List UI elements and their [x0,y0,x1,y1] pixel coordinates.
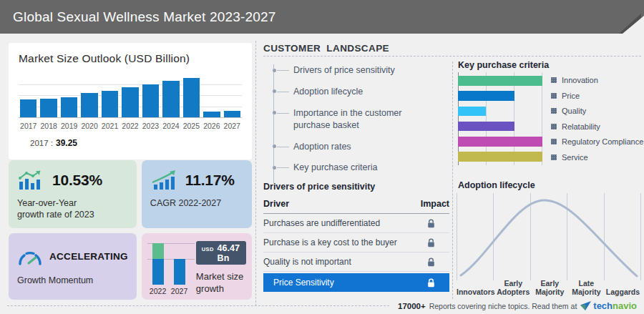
market-size-panel: Market Size Outlook (USD Billion) 201720… [9,43,252,160]
legend-marker-icon [551,77,557,83]
landscape-item-4: Adoption rates [293,141,439,153]
adoption-lifecycle-stages: InnovatorsEarlyAdoptersEarlyMajorityLate… [457,279,641,296]
mini-year-left: 2022 [150,287,166,295]
yoy-label: Year-over-Year growth rate of 2023 [17,197,128,221]
criteria-bar-service [458,152,542,162]
x-tick-2019: 2019 [61,122,77,130]
criteria-bar-quality [458,107,486,117]
criteria-bar-relatability [458,122,514,132]
driver-label: Quality is not important [263,257,351,267]
lock-icon [427,257,435,267]
divider-left-dashed [255,41,256,306]
legend-label: Innovation [562,76,598,84]
cagr-card: 11.17% CAGR 2022-2027 [142,160,252,228]
market-size-bar-2024 [162,81,179,117]
stage-label-early-majority: EarlyMajority [532,279,568,296]
brand-navio: navio [613,300,637,311]
mini-bar-2022 [152,259,164,285]
market-size-bar-2021 [102,91,118,117]
drivers-title: Drivers of price sensitivity [263,182,375,192]
legend-marker-icon [551,93,557,99]
speedometer-icon [17,248,43,265]
landscape-item-3: Importance in the customer purchase bask… [293,107,439,132]
x-tick-2027: 2027 [224,122,240,130]
price-sensitivity-label: Price Sensitivity [273,278,334,288]
yoy-value: 10.53% [52,172,102,189]
brand-tech: tech [593,300,613,311]
bell-curve [457,193,641,280]
legend-label: Price [562,92,580,100]
legend-item-innovation: Innovation [551,76,643,84]
driver-row-1: Purchases are undifferentiated [263,214,449,233]
yoy-growth-card: 10.53% Year-over-Year growth rate of 202… [9,160,137,228]
x-tick-2017: 2017 [20,122,36,130]
criteria-bar-innovation [458,76,542,86]
technavio-logo: technavio [580,300,637,311]
page-title: Global Sexual Wellness Market 2023-2027 [13,0,276,34]
market-size-bar-2022 [122,87,138,117]
lock-icon [427,278,435,288]
legend-marker-icon [551,154,557,160]
cagr-label: CAGR 2022-2027 [150,197,243,209]
drivers-table-header: Driver Impact [263,197,449,214]
footer-text: Reports covering niche topics. Read them… [429,302,577,310]
driver-label: Purchases are undifferentiated [263,218,380,228]
momentum-label: Growth Momentum [17,275,128,286]
lock-icon [427,219,435,228]
stage-label-early-adopters: EarlyAdopters [495,279,532,296]
col-impact: Impact [421,199,449,209]
base-year-label: 2017 : [30,139,53,147]
infographic-canvas: Global Sexual Wellness Market 2023-2027 … [0,0,644,314]
market-size-bar-2018 [40,99,57,117]
legend-item-relatability: Relatability [551,122,643,131]
customer-landscape-list: Drivers of price sensitivityAdoption lif… [273,64,439,183]
market-size-bar-2027 [224,111,240,117]
x-tick-2018: 2018 [40,122,57,130]
x-tick-2026: 2026 [203,122,220,130]
size-growth-label: Market size growth [196,271,246,295]
legend-marker-icon [551,108,557,114]
price-sensitivity-row: Price Sensitivity [263,273,449,292]
momentum-value: ACCELERATING [49,251,128,262]
x-tick-2022: 2022 [122,122,138,130]
driver-label: Purchase is a key cost to the buyer [263,237,397,247]
drivers-table: Driver Impact Purchases are undifferenti… [263,197,449,292]
footer-note: 17000+ Reports covering niche topics. Re… [391,299,641,313]
base-year-value: 39.25 [56,138,77,148]
lock-icon [427,238,435,247]
legend-marker-icon [551,124,557,129]
legend-label: Regulatory Compliance [562,137,643,146]
customer-landscape-title: CUSTOMER LANDSCAPE [263,43,389,54]
x-tick-2021: 2021 [102,122,118,130]
market-size-bar-2023 [142,84,159,117]
mini-growth-chart: 2022 2027 [147,240,190,295]
key-purchase-criteria-chart [458,72,542,165]
legend-marker-icon [551,139,557,144]
usd-value-badge: USD 46.47 Bn [196,241,246,265]
landscape-item-2: Adoption lifecycle [293,86,439,98]
mini-bar-2027 [174,259,185,285]
base-year-note: 2017 :39.25 [30,138,245,148]
market-size-growth-card: 2022 2027 USD 46.47 Bn Market size growt… [142,233,252,300]
adoption-lifecycle-chart [457,193,641,280]
growth-momentum-card: ACCELERATING Growth Momentum [9,233,137,300]
header-bar: Global Sexual Wellness Market 2023-2027 [0,0,644,34]
legend-item-price: Price [551,92,643,100]
stage-label-laggards: Laggards [605,279,641,296]
x-tick-2023: 2023 [142,122,159,130]
mini-bar-2022-growth-segment [152,243,164,259]
market-size-bar-2019 [61,97,77,117]
market-size-bar-2026 [203,112,220,117]
driver-row-2: Purchase is a key cost to the buyer [263,233,449,252]
legend-item-service: Service [551,153,643,162]
x-tick-2025: 2025 [183,122,200,130]
x-tick-2024: 2024 [162,122,179,130]
cagr-value: 11.17% [185,172,235,189]
landscape-item-1: Drivers of price sensitivity [293,64,439,77]
market-size-bar-2020 [81,93,97,117]
customer-landscape-underline [263,56,641,57]
market-size-x-axis: 2017201820192020202120222023202420252026… [19,122,242,130]
key-purchase-criteria-title: Key purchase criteria [458,60,549,70]
reports-count: 17000+ [398,302,426,310]
legend-label: Relatability [562,122,600,131]
